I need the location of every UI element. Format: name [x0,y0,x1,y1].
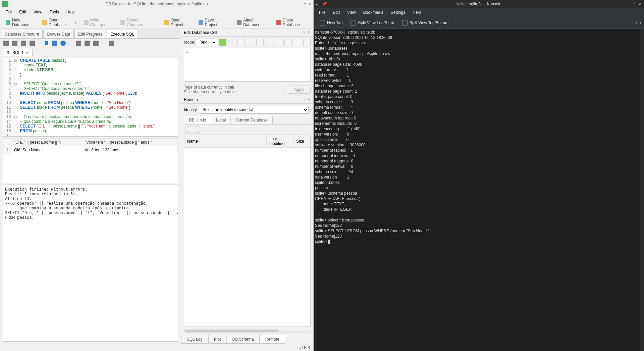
remote-scrollbar[interactable] [184,329,311,333]
bottom-tab-plot[interactable]: Plot [208,335,227,344]
split-tb-button[interactable]: Split View Top/Bottom [399,18,452,27]
konsole-minimize-icon[interactable]: — [626,2,630,6]
remote-col-modified[interactable]: Last modified [267,135,293,148]
cell-btn-2[interactable] [247,39,254,46]
split-lr-button[interactable]: Split View Left/Right [347,18,397,27]
menu-tools[interactable]: Tools [46,9,62,15]
konsole-title: sqlite : sqlite3 — Konsole [314,2,644,6]
kmenu-file[interactable]: File [316,9,329,16]
tab-execute-sql[interactable]: Execute SQL [107,30,138,38]
revert-icon [120,20,125,25]
maximize-icon[interactable]: ^ [304,2,306,6]
cell-btn-4[interactable] [266,39,273,46]
attach-database-button[interactable]: Attach Database [234,16,272,29]
remote-col-name[interactable]: Name [184,135,267,148]
cell-btn-7[interactable] [294,39,301,46]
main-toolbar: New Database Open Database▾ Write Change… [0,16,313,29]
chevron-down-icon[interactable]: ▾ [74,20,76,25]
kmenu-settings[interactable]: Settings [387,9,409,16]
kmenu-edit[interactable]: Edit [329,9,343,16]
new-sql-tab-icon[interactable] [3,41,9,46]
new-database-button[interactable]: New Database [3,16,38,29]
save-results-icon[interactable] [76,41,81,46]
remote-tab-local[interactable]: Local [211,116,231,124]
undock-icon[interactable]: ◇ [302,30,305,35]
sql-tab-label: SQL 1 [12,50,24,55]
konsole-close-icon[interactable]: ✕ [639,2,642,6]
write-changes-button: Write Changes [81,16,116,29]
cell-btn-5[interactable] [275,39,282,46]
kmenu-bookmarks[interactable]: Bookmarks [360,9,387,16]
find-icon[interactable] [85,41,90,46]
execution-output[interactable]: Execution finished without errors. Resul… [3,185,178,342]
cell-btn-3[interactable] [256,39,264,46]
bottom-tab-sqllog[interactable]: SQL Log [181,335,208,344]
sql-editor[interactable]: 1⊟CREATE TABLE pessoa(2 nome TEXT,3 idad… [3,58,178,137]
cell-btn-6[interactable] [284,39,292,46]
result-rownum: 1 [3,146,11,154]
result-col-1[interactable]: "Olá, " || pessoa.nome || "!" [11,139,82,146]
close-remote-icon[interactable]: ⊗ [307,97,311,102]
find-replace-icon[interactable] [93,41,99,46]
remote-tab-dbhub[interactable]: DBHub.io [184,116,211,124]
tab-database-structure[interactable]: Database Structure [1,30,43,38]
print-icon[interactable] [30,41,35,46]
menu-view[interactable]: View [30,9,46,15]
close-database-button[interactable]: Close Database [273,16,311,29]
stop-icon[interactable] [60,41,66,46]
result-row[interactable]: 1 Olá, Seu Nome! Você tem 123 anos. [3,146,178,154]
menu-edit[interactable]: Edit [16,9,30,15]
open-sql-icon[interactable] [12,41,17,46]
encoding-indicator[interactable]: UTF-8 [299,345,310,350]
kmenu-help[interactable]: Help [409,9,424,16]
terminal-scrollbar[interactable] [640,29,644,351]
konsole-titlebar[interactable]: ▸_ 📌 sqlite : sqlite3 — Konsole — ^ ✕ [314,0,644,8]
remote-refresh-icon[interactable] [185,127,191,133]
result-cell-1[interactable]: Olá, Seu Nome! [11,146,82,154]
remote-table[interactable]: Name Last modified Size [184,135,311,327]
remote-tab-current[interactable]: Current Database [231,116,273,124]
cell-line-number: 1 [185,49,188,54]
tab-edit-pragmas[interactable]: Edit Pragmas [74,30,106,38]
run-icon[interactable] [45,41,48,45]
nav-back-icon[interactable]: ‹ [636,20,637,25]
undock-remote-icon[interactable]: ◇ [302,97,305,102]
cell-btn-8[interactable] [303,39,311,46]
menu-help[interactable]: Help [63,9,78,15]
result-cell-2[interactable]: Você tem 123 anos. [82,146,177,154]
tab-browse-data[interactable]: Browse Data [43,30,74,38]
mode-select[interactable]: Text [197,39,217,46]
open-project-button[interactable]: Open Project [161,16,194,29]
project-open-icon [164,20,169,25]
identity-select[interactable]: Select an identity to connect [199,106,309,114]
sql-tab-1[interactable]: 🗎 SQL 1 ⊗ [3,49,33,56]
open-database-button[interactable]: Open Database▾ [39,16,79,29]
cell-btn-1[interactable] [237,39,245,46]
remote-col-size[interactable]: Size [293,135,310,148]
run-line-icon[interactable] [52,41,57,46]
nav-fwd-icon[interactable]: › [640,20,641,25]
bottom-tab-remote[interactable]: Remote [260,335,285,344]
konsole-maximize-icon[interactable]: ^ [633,2,635,6]
remote-clone-icon[interactable] [194,127,200,133]
kmenu-view[interactable]: View [344,9,359,16]
close-tab-icon[interactable]: ⊗ [26,51,29,55]
results-grid[interactable]: "Olá, " || pessoa.nome || "!" "Você tem … [3,138,178,183]
save-project-button[interactable]: Save Project [196,16,228,29]
new-tab-button[interactable]: New Tab [316,18,346,27]
minimize-icon[interactable]: — [297,2,301,6]
konsole-menubar: File Edit View Bookmarks Settings Help [314,8,644,17]
close-icon[interactable]: ✕ [309,2,312,6]
bottom-dock-tabs: SQL Log Plot DB Schema Remote [181,335,313,344]
bottom-tab-schema[interactable]: DB Schema [227,335,260,344]
apply-button[interactable]: Apply [288,86,311,94]
result-col-2[interactable]: "Você tem " || pessoa.idade || " anos." [82,139,177,146]
terminal[interactable]: darkstar-6700k% sqlite3 sqlite.db SQLite… [314,29,640,351]
indent-icon[interactable] [109,41,114,46]
cell-textarea[interactable]: 1 [184,48,311,82]
autoswitch-icon[interactable] [219,39,226,46]
titlebar[interactable]: DB Browser for SQLite - /home/franco/tmp… [0,0,313,8]
close-pane-icon[interactable]: ⊗ [307,30,311,35]
menu-file[interactable]: File [2,9,15,15]
save-sql-icon[interactable] [21,41,26,46]
